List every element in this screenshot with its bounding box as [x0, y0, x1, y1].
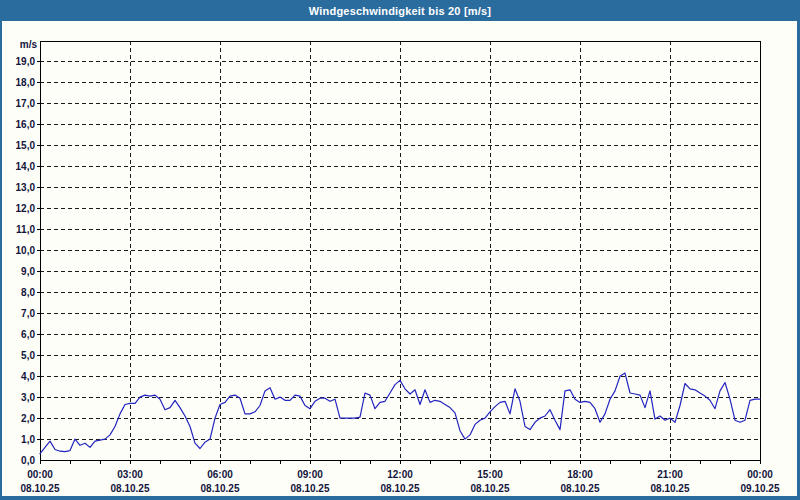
y-tick-label: 8,0 [21, 287, 35, 298]
x-tick-date-label: 08.10.25 [651, 483, 690, 494]
y-tick-label: 13,0 [16, 182, 36, 193]
x-tick-time-label: 00:00 [27, 469, 53, 480]
title-bar: Windgeschwindigkeit bis 20 [m/s] [0, 0, 800, 21]
x-tick-date-label: 08.10.25 [561, 483, 600, 494]
x-tick-date-label: 08.10.25 [291, 483, 330, 494]
x-tick-time-label: 12:00 [387, 469, 413, 480]
y-axis-unit-label: m/s [20, 39, 38, 50]
y-tick-label: 15,0 [16, 140, 36, 151]
y-tick-label: 17,0 [16, 98, 36, 109]
y-tick-label: 10,0 [16, 245, 36, 256]
y-tick-label: 12,0 [16, 203, 36, 214]
y-tick-label: 6,0 [21, 329, 35, 340]
y-tick-label: 14,0 [16, 161, 36, 172]
y-tick-label: 16,0 [16, 119, 36, 130]
chart-title: Windgeschwindigkeit bis 20 [m/s] [309, 5, 491, 17]
wind-speed-line-chart: m/s0,01,02,03,04,05,06,07,08,09,010,011,… [0, 0, 800, 500]
y-tick-label: 18,0 [16, 77, 36, 88]
x-tick-date-label: 08.10.25 [111, 483, 150, 494]
y-tick-label: 1,0 [21, 434, 35, 445]
y-tick-label: 9,0 [21, 266, 35, 277]
wind-speed-chart-window: Windgeschwindigkeit bis 20 [m/s] m/s0,01… [0, 0, 800, 500]
x-tick-date-label: 09.10.25 [741, 483, 780, 494]
x-tick-time-label: 09:00 [297, 469, 323, 480]
chart-area: m/s0,01,02,03,04,05,06,07,08,09,010,011,… [0, 0, 800, 500]
y-tick-label: 3,0 [21, 392, 35, 403]
y-tick-label: 2,0 [21, 413, 35, 424]
y-tick-label: 0,0 [21, 455, 35, 466]
y-tick-label: 19,0 [16, 56, 36, 67]
y-tick-label: 7,0 [21, 308, 35, 319]
x-tick-time-label: 15:00 [477, 469, 503, 480]
y-tick-label: 5,0 [21, 350, 35, 361]
x-tick-time-label: 00:00 [747, 469, 773, 480]
x-tick-date-label: 08.10.25 [201, 483, 240, 494]
x-tick-time-label: 21:00 [657, 469, 683, 480]
y-tick-label: 11,0 [16, 224, 35, 235]
x-tick-time-label: 03:00 [117, 469, 143, 480]
x-tick-date-label: 08.10.25 [21, 483, 60, 494]
y-tick-label: 4,0 [21, 371, 35, 382]
x-tick-time-label: 18:00 [567, 469, 593, 480]
x-tick-date-label: 08.10.25 [471, 483, 510, 494]
x-tick-date-label: 08.10.25 [381, 483, 420, 494]
x-tick-time-label: 06:00 [207, 469, 233, 480]
